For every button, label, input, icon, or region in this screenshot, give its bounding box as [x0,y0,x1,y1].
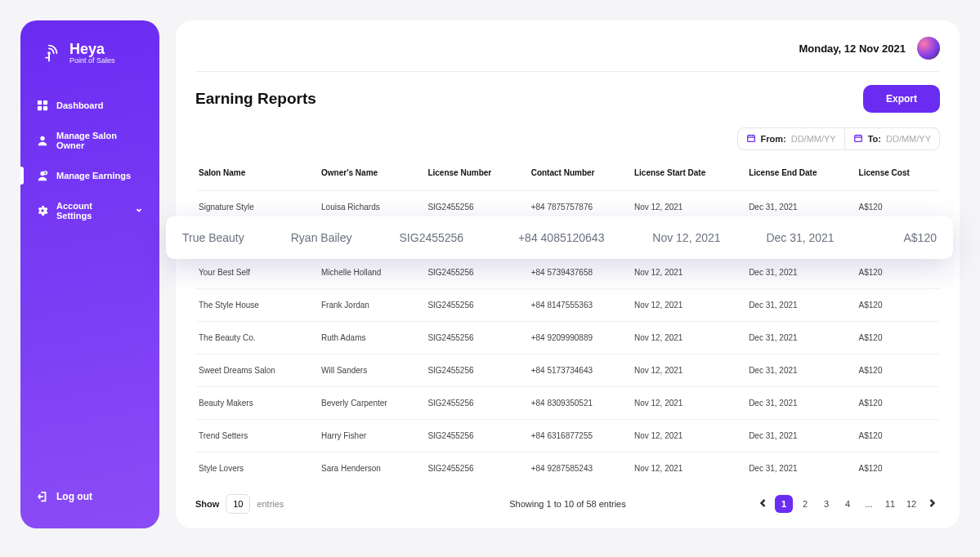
cell-contact: +84 4085120643 [518,231,652,244]
gear-icon [37,205,48,216]
nav-dashboard[interactable]: Dashboard [20,90,159,121]
table-row[interactable]: The Beauty Co.Ruth AdamsSIG2455256+84 92… [195,322,940,354]
cell-salon: Style Lovers [195,452,318,485]
cell-contact: +84 9287585243 [528,452,631,485]
cell-contact: +84 5739437658 [528,256,631,289]
page-ellipsis: ... [860,495,878,513]
table-row[interactable]: Trend SettersHarry FisherSIG2455256+84 6… [195,420,940,452]
to-placeholder: DD/MM/YY [886,134,931,144]
prev-page[interactable] [755,497,772,510]
cell-cost: A$120 [856,420,940,452]
cell-owner: Beverly Carpenter [318,387,424,420]
cell-end: Dec 31, 2021 [745,354,855,387]
cell-start: Nov 12, 2021 [652,231,766,244]
logout-icon [37,491,48,502]
nav: Dashboard Manage Salon Owner $ Manage Ea… [20,90,159,230]
page-1[interactable]: 1 [775,495,793,513]
cell-license: SIG2455256 [424,354,527,387]
cell-contact: +84 8147555363 [528,289,631,322]
cell-end: Dec 31, 2021 [745,289,855,322]
pagination: 1234...1112 [755,495,940,513]
main-panel: Monday, 12 Nov 2021 Earning Reports Expo… [176,20,960,528]
cell-start: Nov 12, 2021 [631,322,745,354]
cell-salon: The Beauty Co. [195,322,318,354]
from-label: From: [761,134,786,144]
cell-end: Dec 31, 2021 [745,420,855,452]
page-11[interactable]: 11 [881,495,899,513]
table-row[interactable]: Your Best SelfMichelle HollandSIG2455256… [195,256,940,289]
nav-label: Dashboard [56,100,103,110]
entries-label: entries [257,499,284,509]
from-placeholder: DD/MM/YY [791,134,836,144]
cell-start: Nov 12, 2021 [631,354,745,387]
export-button[interactable]: Export [863,85,940,113]
cell-end: Dec 31, 2021 [745,322,855,354]
brand-touch-icon [37,41,61,65]
next-page[interactable] [924,497,940,510]
show-label: Show [195,499,219,509]
cell-license: SIG2455256 [424,452,527,485]
cell-owner: Sara Henderson [318,452,424,485]
cell-owner: Michelle Holland [318,256,424,289]
page-title: Earning Reports [195,90,316,108]
entries-input[interactable] [226,494,250,514]
avatar[interactable] [917,37,940,60]
cell-salon: Beauty Makers [195,387,318,420]
cell-owner: Frank Jordan [318,289,424,322]
svg-rect-2 [43,100,47,105]
page-12[interactable]: 12 [902,495,920,513]
calendar-icon [853,133,863,145]
earnings-table: Salon Name Owner's Name License Number C… [195,160,940,484]
cell-license: SIG2455256 [424,256,527,289]
col-cost: License Cost [856,160,940,191]
cell-end: Dec 31, 2021 [745,452,855,485]
svg-rect-9 [747,136,754,142]
to-label: To: [868,134,881,144]
cell-salon: Sweet Dreams Salon [195,354,318,387]
cell-license: SIG2455256 [424,289,527,322]
nav-manage-earnings[interactable]: $ Manage Earnings [20,160,159,191]
nav-manage-salon-owner[interactable]: Manage Salon Owner [20,121,159,160]
cell-end: Dec 31, 2021 [745,256,855,289]
svg-rect-4 [43,106,47,110]
svg-point-5 [40,136,44,140]
to-date-field[interactable]: To: DD/MM/YY [844,128,939,149]
page-3[interactable]: 3 [817,495,835,513]
logout-label: Log out [56,491,92,502]
cell-cost: A$120 [856,387,940,420]
page-2[interactable]: 2 [796,495,814,513]
table-row[interactable]: Style LoversSara HendersonSIG2455256+84 … [195,452,940,485]
cell-contact: +84 8309350521 [528,387,631,420]
cell-license: SIG2455256 [424,420,527,452]
sidebar: Heya Point of Sales Dashboard Manage Sal… [20,20,159,528]
table-row[interactable]: Sweet Dreams SalonWill SandersSIG2455256… [195,354,940,387]
cell-salon: The Style House [195,289,318,322]
user-icon [37,135,48,146]
chevron-down-icon [135,206,143,216]
cell-cost: A$120 [856,354,940,387]
highlighted-row[interactable]: True Beauty Ryan Bailey SIG2455256 +84 4… [166,216,953,259]
table-row[interactable]: Beauty MakersBeverly CarpenterSIG2455256… [195,387,940,420]
cell-license: SIG2455256 [424,322,527,354]
from-date-field[interactable]: From: DD/MM/YY [738,128,844,149]
entries-summary: Showing 1 to 10 of 58 entries [509,499,625,509]
brand: Heya Point of Sales [20,41,159,90]
cell-cost: A$120 [856,452,940,485]
entries-control: Show entries [195,494,284,514]
cell-contact: +84 6316877255 [528,420,631,452]
svg-rect-1 [38,100,42,105]
page-4[interactable]: 4 [839,495,857,513]
cell-license: SIG2455256 [400,231,518,244]
logout-button[interactable]: Log out [20,481,159,512]
nav-account-settings[interactable]: Account Settings [20,191,159,230]
cell-contact: +84 9209990889 [528,322,631,354]
table-row[interactable]: The Style HouseFrank JordanSIG2455256+84… [195,289,940,322]
col-license: License Number [424,160,527,191]
col-salon: Salon Name [195,160,318,191]
brand-subtitle: Point of Sales [69,56,115,65]
table-wrap: Salon Name Owner's Name License Number C… [195,160,940,484]
cell-end: Dec 31, 2021 [745,387,855,420]
cell-contact: +84 5173734643 [528,354,631,387]
app-shell: Heya Point of Sales Dashboard Manage Sal… [20,20,960,528]
cell-owner: Ruth Adams [318,322,424,354]
